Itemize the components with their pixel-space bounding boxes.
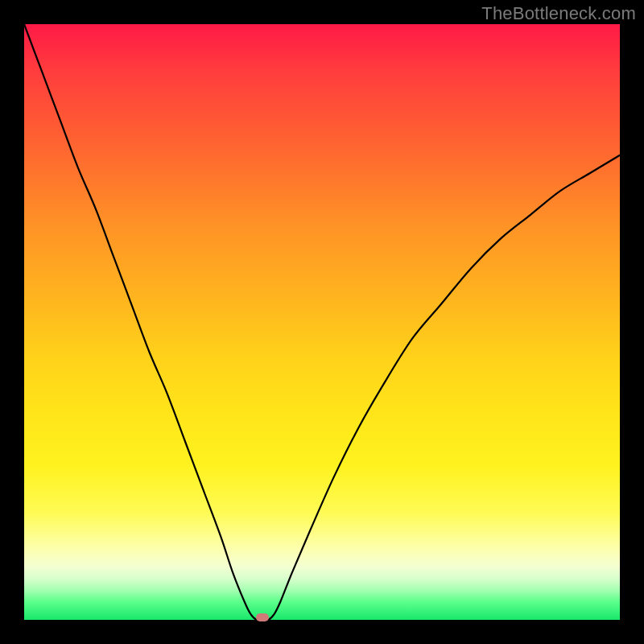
plot-area (24, 24, 620, 620)
bottleneck-curve (24, 24, 620, 620)
minimum-marker (256, 613, 269, 621)
watermark-text: TheBottleneck.com (481, 3, 636, 24)
chart-frame: TheBottleneck.com (0, 0, 644, 644)
